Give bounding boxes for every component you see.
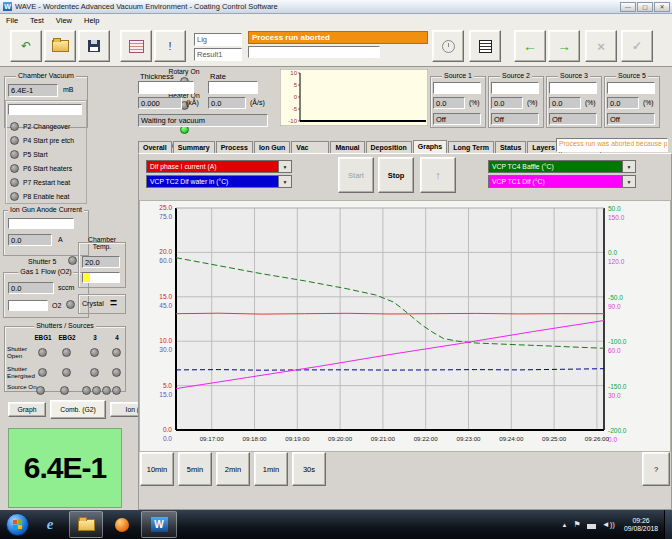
shutter-led[interactable]: [62, 368, 71, 377]
tab-manual[interactable]: Manual: [330, 141, 364, 153]
range-button-5min[interactable]: 5min: [178, 452, 212, 486]
action-center-flag-icon[interactable]: ⚑: [574, 520, 581, 529]
shutter-led[interactable]: [38, 368, 47, 377]
crystal-icon[interactable]: =: [110, 296, 117, 310]
lig-field[interactable]: Lig: [194, 33, 242, 46]
chamber-vacuum-value: 6.4E-1: [8, 84, 58, 97]
svg-text:30.0: 30.0: [159, 346, 172, 353]
chamber-temp-title: Chamber Temp.: [78, 236, 126, 250]
svg-text:15.0: 15.0: [159, 293, 172, 300]
thickness-input[interactable]: [138, 81, 194, 94]
source-input[interactable]: [607, 82, 655, 94]
tab-vac[interactable]: Vac: [291, 141, 329, 153]
close-button[interactable]: ✕: [654, 2, 670, 12]
tab-graphs[interactable]: Graphs: [413, 140, 448, 153]
tab-summary[interactable]: Summary: [173, 141, 215, 153]
pump-button-p6[interactable]: P6 Start heaters: [10, 161, 86, 175]
svg-text:60.0: 60.0: [608, 347, 621, 354]
source-input[interactable]: [491, 82, 539, 94]
chevron-down-icon[interactable]: ▼: [622, 176, 635, 187]
legend-dropdown-right-0[interactable]: VCP TC4 Baffle (°C)▼: [488, 160, 636, 173]
rate-input[interactable]: [208, 81, 258, 94]
pump-button-p8[interactable]: P8 Enable heat: [10, 189, 86, 203]
source-input[interactable]: [549, 82, 597, 94]
shutter-led[interactable]: [36, 386, 45, 395]
chevron-down-icon[interactable]: ▼: [278, 176, 291, 187]
shutter-led[interactable]: [90, 348, 99, 357]
pump-button-p4[interactable]: P4 Start pre etch: [10, 133, 86, 147]
shutter-led[interactable]: [38, 348, 47, 357]
media-player-icon[interactable]: [107, 512, 137, 537]
graph-start-button[interactable]: Start: [338, 157, 374, 193]
minimize-button[interactable]: —: [620, 2, 636, 12]
legend-dropdown-right-1[interactable]: VCP TC1 Dif (°C)▼: [488, 175, 636, 188]
tab-process[interactable]: Process: [216, 141, 253, 153]
shutter-led[interactable]: [82, 386, 91, 395]
tab-layers[interactable]: Layers: [527, 141, 560, 153]
shutter-led[interactable]: [112, 368, 121, 377]
menu-item-file[interactable]: File: [0, 16, 24, 25]
tab-ion-gun[interactable]: Ion Gun: [254, 141, 290, 153]
svg-text:10.0: 10.0: [159, 337, 172, 344]
maximize-button[interactable]: ▢: [637, 2, 653, 12]
tray-clock[interactable]: 09:26 09/08/2018: [624, 517, 658, 533]
shutter-led[interactable]: [90, 368, 99, 377]
source-input[interactable]: [433, 82, 481, 94]
view-tab-comb-g2-[interactable]: Comb. (G2): [50, 400, 106, 419]
svg-text:09:22:00: 09:22:00: [414, 435, 439, 442]
step-forward-button[interactable]: →: [548, 30, 580, 62]
pump-button-p7[interactable]: P7 Restart heat: [10, 175, 86, 189]
pump-button-p2[interactable]: P2 Changeover: [10, 119, 86, 133]
pump-button-p5[interactable]: P5 Start: [10, 147, 86, 161]
legend-dropdown-left-1[interactable]: VCP TC2 Dif water in (°C)▼: [146, 175, 292, 188]
shutter-led[interactable]: [112, 386, 121, 395]
shutter-led[interactable]: [62, 348, 71, 357]
recipe-grid-button[interactable]: [120, 30, 152, 62]
stop-process-button[interactable]: [469, 30, 501, 62]
range-button-2min[interactable]: 2min: [216, 452, 250, 486]
tab-overall[interactable]: Overall: [138, 141, 172, 153]
range-button-30s[interactable]: 30s: [292, 452, 326, 486]
graph-stop-button[interactable]: Stop: [378, 157, 414, 193]
help-button[interactable]: ?: [642, 452, 670, 486]
chevron-down-icon[interactable]: ▼: [622, 161, 635, 172]
open-button[interactable]: [44, 30, 76, 62]
explorer-folder-icon[interactable]: [69, 511, 103, 538]
source-power-unit: (%): [527, 99, 538, 106]
gas1-led[interactable]: [66, 300, 75, 309]
shutter-led[interactable]: [112, 348, 121, 357]
legend-dropdown-left-0[interactable]: Dif phase I current (A)▼: [146, 160, 292, 173]
wave-taskbar-button[interactable]: W: [141, 511, 177, 538]
svg-text:90.0: 90.0: [608, 303, 621, 310]
chevron-down-icon[interactable]: ▼: [278, 161, 291, 172]
shutter-led[interactable]: [60, 386, 69, 395]
network-icon[interactable]: [587, 521, 596, 529]
step-back-button[interactable]: ←: [514, 30, 546, 62]
result-field[interactable]: Result1: [194, 48, 242, 61]
volume-icon[interactable]: ◄)): [602, 520, 615, 529]
tray-expand-icon[interactable]: ▲: [562, 522, 568, 528]
menu-item-help[interactable]: Help: [78, 16, 105, 25]
range-button-10min[interactable]: 10min: [140, 452, 174, 486]
start-button[interactable]: [6, 512, 29, 537]
tab-long-term[interactable]: Long Term: [448, 141, 494, 153]
shutter-led[interactable]: [92, 386, 101, 395]
undo-button[interactable]: ↶: [10, 30, 42, 62]
menu-item-test[interactable]: Test: [24, 16, 50, 25]
save-button[interactable]: [78, 30, 110, 62]
tab-status[interactable]: Status: [495, 141, 526, 153]
shutter5-led[interactable]: [68, 256, 77, 265]
ion-gun-title: Ion Gun Anode Current: [8, 206, 84, 213]
show-desktop-button[interactable]: [664, 510, 672, 539]
shutter-led[interactable]: [102, 386, 111, 395]
internet-explorer-icon[interactable]: e: [35, 512, 65, 537]
range-button-1min[interactable]: 1min: [254, 452, 288, 486]
menu-item-view[interactable]: View: [50, 16, 78, 25]
tab-deposition[interactable]: Deposition: [366, 141, 412, 153]
confirm-button[interactable]: ✓: [621, 30, 653, 62]
graph-up-button[interactable]: ↑: [420, 157, 456, 193]
pause-button[interactable]: [432, 30, 464, 62]
alert-button[interactable]: !: [154, 30, 186, 62]
view-tab-graph[interactable]: Graph: [8, 402, 46, 417]
abort-button[interactable]: ×: [585, 30, 617, 62]
